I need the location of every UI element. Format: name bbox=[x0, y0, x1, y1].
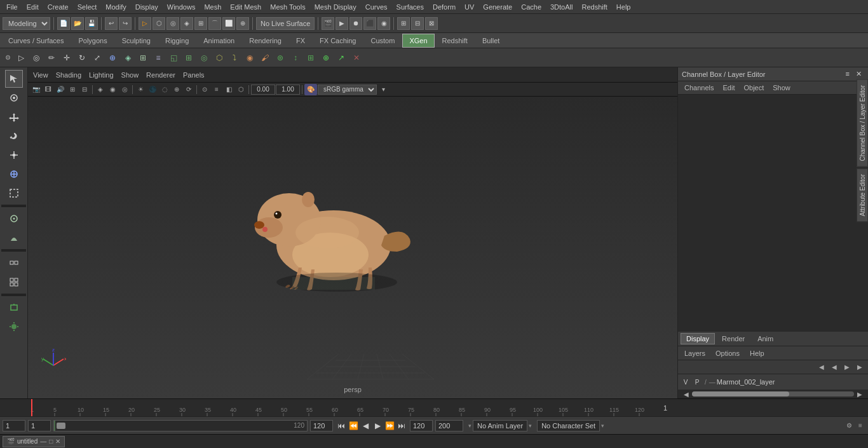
render-current-btn[interactable]: 🎬 bbox=[322, 17, 334, 30]
align-icon[interactable]: ≡ bbox=[151, 51, 165, 65]
layer-row[interactable]: V P / — Marmot_002_layer bbox=[678, 374, 868, 390]
menu-3dtool[interactable]: 3DtoAll bbox=[546, 2, 576, 12]
deform-sidebar[interactable] bbox=[5, 299, 23, 316]
window-restore-btn[interactable]: □ bbox=[49, 438, 53, 445]
anim-layer-label[interactable]: No Anim Layer bbox=[473, 420, 527, 431]
playback-max-field[interactable] bbox=[435, 420, 463, 431]
viewport-menu-panels[interactable]: Panels bbox=[180, 70, 207, 80]
window-close-btn[interactable]: ✕ bbox=[55, 438, 60, 445]
vp-shading-icon[interactable]: ◉ bbox=[107, 84, 118, 95]
snap-sidebar[interactable] bbox=[5, 210, 23, 227]
viewport-canvas[interactable]: persp x y z bbox=[28, 97, 677, 398]
menu-help[interactable]: Help bbox=[613, 2, 635, 12]
snap-curve-btn[interactable]: ⌒ bbox=[208, 17, 221, 30]
vp-grid-icon[interactable]: ⊞ bbox=[67, 84, 78, 95]
playback-prev-frame-btn[interactable]: ⏪ bbox=[348, 420, 359, 431]
universal-sidebar[interactable] bbox=[5, 165, 23, 183]
tab-fx[interactable]: FX bbox=[289, 34, 312, 48]
tab-render[interactable]: Render bbox=[716, 333, 750, 344]
playback-range-end-field[interactable] bbox=[410, 420, 433, 431]
snap-surface-btn[interactable]: ⬜ bbox=[222, 17, 235, 30]
paint-select-icon[interactable]: ✏ bbox=[44, 51, 58, 65]
viewport-menu-lighting[interactable]: Lighting bbox=[86, 70, 116, 80]
scroll-left-btn[interactable]: ◀ bbox=[681, 388, 692, 398]
playback-forward-btn[interactable]: ▶ bbox=[372, 420, 383, 431]
vp-audio-icon[interactable]: 🔊 bbox=[55, 84, 66, 95]
universal-tool-icon[interactable]: ⊕ bbox=[105, 51, 119, 65]
open-scene-btn[interactable]: 📂 bbox=[71, 17, 84, 30]
vp-lighting-icon[interactable]: ☀ bbox=[135, 84, 146, 95]
window-item-untitled[interactable]: 🎬 untitled — □ ✕ bbox=[3, 436, 65, 447]
tab-bullet[interactable]: Bullet bbox=[475, 34, 507, 48]
lasso-mode-btn[interactable]: ⬡ bbox=[153, 17, 165, 30]
live-surface-btn[interactable]: No Live Surface bbox=[256, 17, 315, 30]
viewport-menu-shading[interactable]: Shading bbox=[53, 70, 84, 80]
timeline-end-field[interactable] bbox=[310, 420, 333, 431]
edge-tab-attribute-editor[interactable]: Attribute Editor bbox=[857, 168, 868, 222]
display-options-btn[interactable]: ◉ bbox=[377, 17, 390, 30]
hardware-render-btn[interactable]: ⬛ bbox=[363, 17, 376, 30]
layer-last-btn[interactable]: ▶ bbox=[854, 362, 865, 373]
vp-display-icon[interactable]: ◈ bbox=[95, 84, 106, 95]
tab-custom[interactable]: Custom bbox=[364, 34, 402, 48]
cluster-icon[interactable]: ◎ bbox=[197, 51, 211, 65]
scale-sidebar[interactable] bbox=[5, 146, 23, 164]
channels-menu[interactable]: Channels bbox=[681, 83, 717, 93]
viewport-menu-show[interactable]: Show bbox=[119, 70, 142, 80]
toolbar3-settings[interactable]: ⚙ bbox=[3, 51, 13, 65]
menu-display[interactable]: Display bbox=[132, 2, 162, 12]
viewport-menu-view[interactable]: View bbox=[31, 70, 51, 80]
layer-visibility-toggle[interactable]: V bbox=[681, 377, 691, 387]
channels-show-menu[interactable]: Show bbox=[769, 83, 794, 93]
menu-mesh-display[interactable]: Mesh Display bbox=[311, 2, 360, 12]
xgen-delete-icon[interactable]: ✕ bbox=[349, 51, 363, 65]
soft-select-icon[interactable]: ◈ bbox=[121, 51, 135, 65]
playback-to-start-btn[interactable]: ⏮ bbox=[336, 420, 347, 431]
xgen-splines-icon[interactable]: ↗ bbox=[334, 51, 348, 65]
char-set-label[interactable]: No Character Set bbox=[537, 420, 600, 431]
layer-prev-btn[interactable]: ◀ bbox=[829, 362, 840, 373]
viewport-menu-renderer[interactable]: Renderer bbox=[144, 70, 178, 80]
xgen-main-icon[interactable]: ⊛ bbox=[273, 51, 287, 65]
layout-btn-2[interactable]: ⊟ bbox=[411, 17, 424, 30]
menu-modify[interactable]: Modify bbox=[102, 2, 130, 12]
vp-ao-icon[interactable]: ◌ bbox=[159, 84, 170, 95]
snap-point-btn[interactable]: ⊕ bbox=[236, 17, 249, 30]
status-btn[interactable]: ≡ bbox=[855, 420, 865, 431]
menu-cache[interactable]: Cache bbox=[517, 2, 545, 12]
vp-hud-icon[interactable]: ≡ bbox=[211, 84, 222, 95]
focal-length-input[interactable] bbox=[276, 85, 300, 95]
edge-tab-channel-box[interactable]: Channel Box / Layer Editor bbox=[857, 79, 868, 167]
deform-icon[interactable]: ◱ bbox=[166, 51, 180, 65]
playback-backward-btn[interactable]: ◀ bbox=[360, 420, 371, 431]
scale-tool-icon[interactable]: ⤢ bbox=[90, 51, 104, 65]
move-tool-icon[interactable]: ✛ bbox=[60, 51, 74, 65]
current-frame-field[interactable] bbox=[28, 420, 51, 431]
menu-curves[interactable]: Curves bbox=[362, 2, 391, 12]
scroll-right-btn[interactable]: ▶ bbox=[854, 388, 865, 398]
vp-wire-icon[interactable]: ⊟ bbox=[79, 84, 90, 95]
tab-xgen[interactable]: XGen bbox=[402, 34, 434, 48]
lasso-tool-icon[interactable]: ◎ bbox=[29, 51, 43, 65]
menu-windows[interactable]: Windows bbox=[163, 2, 200, 12]
tab-rigging[interactable]: Rigging bbox=[158, 34, 196, 48]
xgen-interactive-icon[interactable]: ⊕ bbox=[319, 51, 333, 65]
anim-layer-selector[interactable]: ▾ No Anim Layer ▾ bbox=[468, 420, 532, 431]
expand-sidebar[interactable] bbox=[5, 254, 23, 272]
vp-aa-icon[interactable]: ⊕ bbox=[171, 84, 182, 95]
layout-btn-3[interactable]: ⊠ bbox=[425, 17, 438, 30]
vp-depth-icon[interactable]: ⟳ bbox=[183, 84, 194, 95]
panel-close-btn[interactable]: ✕ bbox=[853, 70, 864, 78]
menu-surfaces[interactable]: Surfaces bbox=[393, 2, 428, 12]
playback-bar[interactable]: 120 bbox=[53, 420, 308, 431]
color-mode-icon[interactable]: 🎨 bbox=[304, 84, 317, 95]
preferences-btn[interactable]: ⚙ bbox=[844, 420, 854, 431]
timeline-start-field[interactable] bbox=[3, 420, 25, 431]
snap-grid-btn[interactable]: ⊞ bbox=[194, 17, 207, 30]
menu-deform[interactable]: Deform bbox=[429, 2, 459, 12]
skin-icon[interactable]: ◉ bbox=[243, 51, 257, 65]
menu-mesh[interactable]: Mesh bbox=[200, 2, 225, 12]
menu-create[interactable]: Create bbox=[44, 2, 72, 12]
vp-film-icon[interactable]: 🎞 bbox=[43, 84, 54, 95]
tab-polygons[interactable]: Polygons bbox=[71, 34, 114, 48]
